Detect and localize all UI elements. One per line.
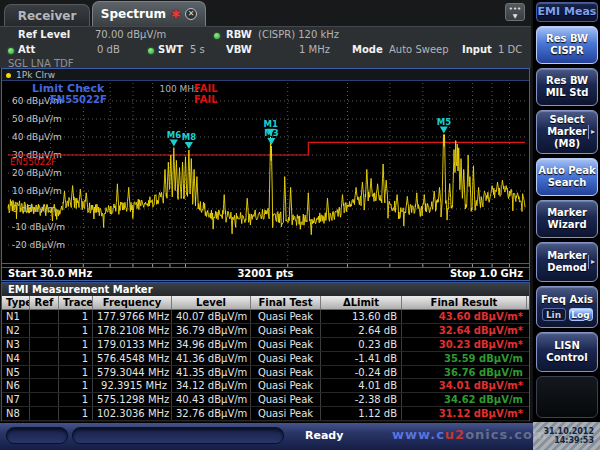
cell-n4-final_result: 35.59 dBµV/m bbox=[402, 352, 527, 365]
column-header-ref: Ref bbox=[30, 296, 59, 309]
input-value[interactable]: 1 DC bbox=[498, 44, 522, 55]
marker-wizard-label-line: Marker bbox=[537, 207, 597, 219]
marker-M8-icon[interactable] bbox=[185, 142, 193, 149]
trace-polyline bbox=[8, 135, 525, 235]
marker-M3-label: M3 bbox=[264, 128, 278, 138]
cell-n4-level: 41.36 dBµV/m bbox=[172, 352, 251, 365]
cell-n7-level: 40.43 dBµV/m bbox=[172, 393, 251, 406]
cell-n8-ref bbox=[30, 407, 59, 420]
cell-n3-ref bbox=[30, 338, 59, 351]
cell-n2-frequency: 178.2108 MHz bbox=[93, 324, 172, 337]
y-tick-label: 10 dBµV/m bbox=[12, 186, 62, 196]
mode-label[interactable]: Mode bbox=[352, 44, 383, 55]
att-label[interactable]: Att bbox=[18, 44, 35, 55]
select-marker-button[interactable]: SelectMarker(M8)▸ bbox=[536, 110, 598, 154]
lisn-control-button[interactable]: LISNControl bbox=[536, 332, 598, 372]
freq-axis-button[interactable]: Freq AxisLinLog bbox=[536, 286, 598, 328]
close-tab-icon[interactable]: ✕ bbox=[185, 8, 197, 20]
marker-M5-label: M5 bbox=[437, 117, 451, 127]
cell-n5-final_test: Quasi Peak bbox=[251, 366, 321, 379]
table-row-N7[interactable]: N71575.1298 MHz40.43 dBµV/mQuasi Peak-2.… bbox=[2, 393, 529, 407]
cell-n2-final_result: 32.64 dBµV/m* bbox=[402, 324, 527, 337]
y-tick-label: 40 dBµV/m bbox=[12, 132, 62, 142]
auto-peak-search-button[interactable]: Auto PeakSearch bbox=[536, 158, 598, 196]
y-tick-label: -20 dBµV/m bbox=[12, 240, 65, 250]
cell-n8-level: 32.76 dBµV/m bbox=[172, 407, 251, 420]
cell-n4-trace: 1 bbox=[59, 352, 93, 365]
select-marker-submenu-arrow-icon: ▸ bbox=[588, 125, 595, 139]
stop-frequency: Stop 1.0 GHz bbox=[450, 268, 523, 280]
marker-wizard-button[interactable]: MarkerWizard bbox=[536, 200, 598, 238]
swt-value[interactable]: 5 s bbox=[190, 44, 205, 55]
datetime-panel: 31.10.2012 14:39:53 bbox=[533, 422, 600, 450]
marker-M6-icon[interactable] bbox=[170, 140, 178, 147]
tab-bar: Receiver Spectrum ✱ ✕ ••• ▼ bbox=[0, 0, 531, 26]
cell-n1-trace: 1 bbox=[59, 310, 93, 323]
marker-M6-label: M6 bbox=[167, 130, 181, 140]
freq-axis-log-toggle[interactable]: Log bbox=[569, 308, 593, 321]
freq-axis-lin-toggle[interactable]: Lin bbox=[542, 308, 566, 321]
spectrum-chart-frame: 1Pk Clrw 60 dBµV/m50 dBµV/m40 dBµV/m30 d… bbox=[1, 68, 530, 281]
swt-led-icon bbox=[148, 48, 154, 54]
softkey-sidebar: EMI Meas Res BWCISPRRes BWMIL StdSelectM… bbox=[533, 0, 600, 450]
tab-spectrum[interactable]: Spectrum ✱ ✕ bbox=[92, 1, 206, 26]
date-text: 31.10.2012 bbox=[533, 427, 594, 436]
tab-receiver-label: Receiver bbox=[18, 9, 77, 23]
marker-M3-icon[interactable] bbox=[267, 138, 275, 145]
marker-M8-label: M8 bbox=[182, 132, 196, 142]
res-bw-mil-std-label-line: Res BW bbox=[537, 75, 597, 87]
table-row-N8[interactable]: N81102.3036 MHz32.76 dBµV/mQuasi Peak1.1… bbox=[2, 407, 529, 421]
cell-n5-type: N5 bbox=[2, 366, 30, 379]
table-row-N4[interactable]: N41576.4548 MHz41.36 dBµV/mQuasi Peak-1.… bbox=[2, 352, 529, 366]
mode-value[interactable]: Auto Sweep bbox=[389, 44, 449, 55]
vbw-label[interactable]: VBW bbox=[226, 44, 252, 55]
cell-n6-ref bbox=[30, 379, 59, 392]
cell-n6-delta_limit: 4.01 dB bbox=[321, 379, 402, 392]
rbw-value[interactable]: (CISPR) 120 kHz bbox=[258, 29, 339, 40]
table-row-N3[interactable]: N31179.0133 MHz34.96 dBµV/mQuasi Peak0.2… bbox=[2, 338, 529, 352]
cell-n8-type: N8 bbox=[2, 407, 30, 420]
cell-n4-delta_limit: -1.41 dB bbox=[321, 352, 402, 365]
frequency-axis-bar: Start 30.0 MHz 32001 pts Stop 1.0 GHz bbox=[2, 267, 529, 280]
att-value[interactable]: 0 dB bbox=[97, 44, 120, 55]
res-bw-cispr-button[interactable]: Res BWCISPR bbox=[536, 26, 598, 64]
more-menu-button[interactable]: ••• ▼ bbox=[505, 3, 525, 21]
table-row-N6[interactable]: N6192.3915 MHz34.12 dBµV/mQuasi Peak4.01… bbox=[2, 379, 529, 393]
cell-n8-trace: 1 bbox=[59, 407, 93, 420]
table-row-N5[interactable]: N51579.3044 MHz41.35 dBµV/mQuasi Peak-0.… bbox=[2, 366, 529, 380]
limit-check-result-1: FAIL bbox=[194, 83, 218, 94]
ref-level-label[interactable]: Ref Level bbox=[18, 29, 70, 40]
swt-label[interactable]: SWT bbox=[158, 44, 183, 55]
table-row-N2[interactable]: N21178.2108 MHz36.79 dBµV/mQuasi Peak2.6… bbox=[2, 324, 529, 338]
input-label[interactable]: Input bbox=[462, 44, 492, 55]
column-header-type: Type bbox=[2, 296, 30, 309]
marker-M5-icon[interactable] bbox=[440, 127, 448, 134]
tab-receiver[interactable]: Receiver bbox=[4, 4, 90, 26]
limit-check-line-name: EN55022F bbox=[50, 94, 107, 105]
column-header-final-test: Final Test bbox=[251, 296, 321, 309]
limit-line-label: EN55022F bbox=[10, 157, 56, 167]
cell-n6-frequency: 92.3915 MHz bbox=[93, 379, 172, 392]
column-header--limit: ΔLimit bbox=[321, 296, 402, 309]
marker-demod-button[interactable]: MarkerDemod▸ bbox=[536, 242, 598, 282]
menu-title-emi-meas[interactable]: EMI Meas bbox=[536, 2, 598, 22]
cell-n5-delta_limit: -0.24 dB bbox=[321, 366, 402, 379]
table-row-N1[interactable]: N11177.9766 MHz40.07 dBµV/mQuasi Peak13.… bbox=[2, 310, 529, 324]
rbw-label[interactable]: RBW bbox=[226, 29, 252, 40]
cell-n3-frequency: 179.0133 MHz bbox=[93, 338, 172, 351]
cell-n2-final_test: Quasi Peak bbox=[251, 324, 321, 337]
cell-n3-final_result: 30.23 dBµV/m* bbox=[402, 338, 527, 351]
marker-demod-submenu-arrow-icon: ▸ bbox=[588, 255, 595, 269]
marker-table: TypeRefTraceFrequencyLevelFinal TestΔLim… bbox=[2, 296, 529, 421]
marker-table-header: TypeRefTraceFrequencyLevelFinal TestΔLim… bbox=[2, 296, 529, 310]
cell-n2-trace: 1 bbox=[59, 324, 93, 337]
marker-table-title: EMI Measurement Marker bbox=[2, 283, 529, 296]
vbw-value[interactable]: 1 MHz bbox=[299, 44, 330, 55]
trace-info-bar[interactable]: 1Pk Clrw bbox=[2, 69, 529, 81]
chevron-down-icon: ▼ bbox=[506, 13, 524, 19]
res-bw-mil-std-button[interactable]: Res BWMIL Std bbox=[536, 68, 598, 106]
cell-n1-ref bbox=[30, 310, 59, 323]
cell-n8-delta_limit: 1.12 dB bbox=[321, 407, 402, 420]
cell-n7-final_test: Quasi Peak bbox=[251, 393, 321, 406]
ref-level-value[interactable]: 70.00 dBµV/m bbox=[95, 29, 166, 40]
